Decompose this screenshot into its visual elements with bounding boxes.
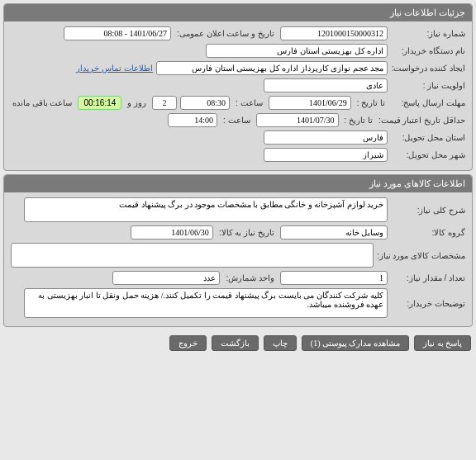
province-label: استان محل تحویل: — [391, 133, 465, 142]
days-input[interactable] — [152, 96, 177, 110]
back-button[interactable]: بازگشت — [212, 335, 259, 351]
desc-input[interactable] — [24, 197, 388, 222]
reply-deadline-label: مهلت ارسال پاسخ: — [391, 98, 465, 107]
need-date-label: تاریخ نیاز به کالا: — [217, 228, 277, 237]
days-label: روز و — [125, 98, 149, 107]
contact-link[interactable]: اطلاعات تماس خریدار — [76, 64, 153, 73]
city-input[interactable] — [264, 148, 388, 162]
buyer-label: نام دستگاه خریدار: — [391, 46, 465, 55]
spec-label: مشخصات کالای مورد نیاز: — [377, 251, 465, 260]
validity-label: حداقل تاریخ اعتبار قیمت: — [378, 116, 465, 125]
announce-label: تاریخ و ساعت اعلان عمومی: — [174, 29, 277, 38]
desc-label: شرح کلی نیاز: — [391, 206, 465, 215]
button-bar: پاسخ به نیاز مشاهده مدارک پیوستی (1) چاپ… — [0, 330, 476, 356]
need-date-input[interactable] — [131, 225, 213, 239]
panel-header-goods: اطلاعات کالاهای مورد نیاز — [4, 175, 472, 192]
announce-input[interactable] — [64, 26, 171, 40]
remain-label: ساعت باقی مانده — [10, 98, 75, 107]
validity-date-input[interactable] — [256, 113, 339, 127]
goods-body: شرح کلی نیاز: گروه کالا: تاریخ نیاز به ک… — [4, 192, 472, 326]
group-input[interactable] — [280, 225, 388, 239]
reply-date-input[interactable] — [269, 96, 351, 110]
qty-label: تعداد / مقدار نیاز: — [391, 273, 465, 282]
to-date-label-1: تا تاریخ : — [355, 98, 388, 107]
group-label: گروه کالا: — [391, 228, 465, 237]
spec-input[interactable] — [11, 243, 374, 268]
need-number-label: شماره نیاز: — [391, 29, 465, 38]
time-label-2: ساعت : — [221, 116, 253, 125]
exit-button[interactable]: خروج — [169, 335, 207, 351]
panel-header-need: جزئیات اطلاعات نیاز — [4, 4, 472, 21]
buyer-note-label: توضیحات خریدار: — [391, 299, 465, 308]
countdown-badge: 00:16:14 — [78, 96, 121, 110]
to-date-label-2: تا تاریخ : — [342, 116, 375, 125]
attachments-button[interactable]: مشاهده مدارک پیوستی (1) — [302, 335, 409, 351]
unit-input[interactable] — [112, 271, 220, 285]
validity-time-input[interactable] — [168, 113, 217, 127]
requester-label: ایجاد کننده درخواست: — [391, 64, 465, 73]
qty-input[interactable] — [280, 271, 388, 285]
print-button[interactable]: چاپ — [264, 335, 297, 351]
province-input[interactable] — [264, 130, 388, 145]
requester-input[interactable] — [156, 61, 388, 75]
unit-label: واحد شمارش: — [223, 273, 277, 282]
city-label: شهر محل تحویل: — [391, 150, 465, 159]
need-details-panel: جزئیات اطلاعات نیاز شماره نیاز: تاریخ و … — [3, 3, 473, 171]
priority-label: اولویت نیاز : — [391, 81, 465, 90]
goods-panel: اطلاعات کالاهای مورد نیاز شرح کلی نیاز: … — [3, 174, 473, 327]
buyer-note-input[interactable] — [24, 288, 388, 318]
time-label-1: ساعت : — [233, 98, 265, 107]
need-number-input[interactable] — [280, 26, 388, 40]
reply-time-input[interactable] — [180, 96, 230, 110]
buyer-input[interactable] — [206, 44, 388, 58]
respond-button[interactable]: پاسخ به نیاز — [414, 335, 471, 351]
priority-input[interactable] — [264, 78, 388, 92]
need-body: شماره نیاز: تاریخ و ساعت اعلان عمومی: نا… — [4, 21, 472, 170]
